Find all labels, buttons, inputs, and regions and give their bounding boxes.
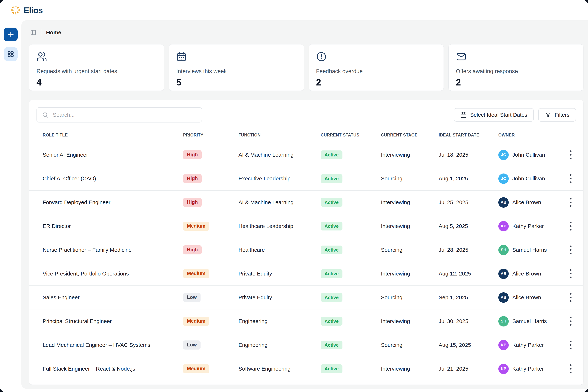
stat-value: 2 xyxy=(456,77,576,88)
stage-cell: Interviewing xyxy=(381,152,439,158)
row-menu-button[interactable] xyxy=(568,172,574,185)
brand-name: Elios xyxy=(24,5,43,15)
filters-label: Filters xyxy=(554,112,570,118)
stats-row: Requests with urgent start dates 4 Inter… xyxy=(22,37,588,91)
stat-value: 4 xyxy=(36,77,156,88)
table-row[interactable]: Sales Engineer Low Private Equity Active… xyxy=(29,286,583,309)
owner-cell: KP Kathy Parker xyxy=(498,340,568,350)
stat-card: Offers awaiting response 2 xyxy=(448,44,584,91)
table-row[interactable]: ER Director Medium Healthcare Leadership… xyxy=(29,214,583,238)
row-menu-button[interactable] xyxy=(568,315,574,328)
priority-badge: High xyxy=(183,174,202,183)
row-menu-button[interactable] xyxy=(568,268,574,280)
start-date-cell: Sep 1, 2025 xyxy=(439,294,498,300)
start-date-cell: Jul 21, 2025 xyxy=(439,366,498,372)
table-row[interactable]: Vice President, Portfolio Operations Med… xyxy=(29,262,583,286)
role-title-cell: Principal Structural Engineer xyxy=(43,318,183,324)
owner-name: John Cullivan xyxy=(512,152,545,158)
owner-cell: AB Alice Brown xyxy=(498,268,568,279)
select-ideal-start-dates-button[interactable]: Select Ideal Start Dates xyxy=(454,108,534,122)
kebab-icon xyxy=(569,222,572,231)
owner-avatar: KP xyxy=(498,364,509,374)
stat-label: Requests with urgent start dates xyxy=(36,68,156,74)
brand-logo[interactable]: Elios xyxy=(10,5,43,15)
status-badge: Active xyxy=(321,174,342,183)
table-row[interactable]: Full Stack Engineer – React & Node.js Me… xyxy=(29,357,583,380)
table-row[interactable]: Chief AI Officer (CAO) High Executive Le… xyxy=(29,166,583,190)
stat-label: Offers awaiting response xyxy=(456,68,576,74)
stat-card: Interviews this week 5 xyxy=(169,44,304,91)
function-cell: AI & Machine Learning xyxy=(238,199,321,206)
calendar-icon xyxy=(460,112,467,118)
kebab-icon xyxy=(569,340,572,350)
role-title-cell: Lead Mechanical Engineer – HVAC Systems xyxy=(43,342,183,348)
start-date-cell: Jul 30, 2025 xyxy=(439,318,498,324)
owner-avatar: SH xyxy=(498,245,509,255)
owner-cell: AB Alice Brown xyxy=(498,197,568,208)
start-date-cell: Jul 25, 2025 xyxy=(439,199,498,206)
owner-name: Alice Brown xyxy=(512,270,541,277)
stage-cell: Interviewing xyxy=(381,223,439,229)
owner-name: Samuel Harris xyxy=(512,318,547,324)
column-header: ROLE TITLE xyxy=(43,133,183,138)
owner-avatar: AB xyxy=(498,197,509,208)
toggle-sidebar-button[interactable] xyxy=(30,30,36,36)
row-menu-button[interactable] xyxy=(568,362,574,375)
owner-avatar: SH xyxy=(498,316,509,326)
calendar-icon xyxy=(176,51,296,62)
owner-name: Alice Brown xyxy=(512,199,541,206)
priority-badge: Medium xyxy=(183,317,209,326)
column-header: CURRENT STAGE xyxy=(381,133,439,138)
role-title-cell: ER Director xyxy=(43,223,183,229)
row-menu-button[interactable] xyxy=(568,220,574,232)
stage-cell: Sourcing xyxy=(381,176,439,182)
role-title-cell: Nurse Practitioner – Family Medicine xyxy=(43,247,183,253)
stage-cell: Sourcing xyxy=(381,247,439,253)
users-icon xyxy=(36,51,156,62)
kebab-icon xyxy=(569,364,572,374)
new-request-button[interactable] xyxy=(4,28,18,42)
priority-badge: Low xyxy=(183,293,200,302)
search-input[interactable] xyxy=(36,107,202,122)
status-badge: Active xyxy=(321,293,342,302)
owner-name: John Cullivan xyxy=(512,176,545,182)
elios-logo-icon xyxy=(10,5,21,15)
row-menu-button[interactable] xyxy=(568,291,574,304)
search-box xyxy=(36,107,202,122)
function-cell: Healthcare Leadership xyxy=(238,223,321,229)
row-menu-button[interactable] xyxy=(568,244,574,256)
owner-avatar: AB xyxy=(498,292,509,303)
filters-button[interactable]: Filters xyxy=(538,108,576,122)
row-menu-button[interactable] xyxy=(568,196,574,208)
table-row[interactable]: Principal Structural Engineer Medium Eng… xyxy=(29,309,583,333)
status-badge: Active xyxy=(321,246,342,254)
start-date-cell: Aug 5, 2025 xyxy=(439,223,498,229)
start-date-cell: Aug 1, 2025 xyxy=(439,176,498,182)
grid-icon xyxy=(7,50,14,58)
start-date-cell: Aug 15, 2025 xyxy=(439,342,498,348)
table-row[interactable]: Lead Mechanical Engineer – HVAC Systems … xyxy=(29,333,583,357)
table-body: Senior AI Engineer High AI & Machine Lea… xyxy=(29,143,583,380)
dashboard-grid-button[interactable] xyxy=(4,47,18,61)
table-toolbar: Select Ideal Start Dates Filters xyxy=(29,107,583,122)
row-menu-button[interactable] xyxy=(568,149,574,161)
breadcrumb: Home xyxy=(22,28,588,37)
table-row[interactable]: Forward Deployed Engineer High AI & Mach… xyxy=(29,190,583,214)
table-row[interactable]: Senior AI Engineer High AI & Machine Lea… xyxy=(29,143,583,166)
owner-cell: KP Kathy Parker xyxy=(498,364,568,374)
owner-name: Alice Brown xyxy=(512,294,541,300)
status-badge: Active xyxy=(321,222,342,231)
table-row[interactable]: Nurse Practitioner – Family Medicine Hig… xyxy=(29,238,583,262)
owner-avatar: AB xyxy=(498,268,509,279)
owner-name: Kathy Parker xyxy=(512,223,544,229)
function-cell: AI & Machine Learning xyxy=(238,152,321,158)
row-menu-button[interactable] xyxy=(568,339,574,351)
column-header: IDEAL START DATE xyxy=(439,133,498,138)
role-title-cell: Chief AI Officer (CAO) xyxy=(43,176,183,182)
owner-avatar: JC xyxy=(498,150,509,160)
priority-badge: High xyxy=(183,245,202,254)
stat-value: 2 xyxy=(316,77,436,88)
sidebar xyxy=(0,20,22,392)
priority-badge: Low xyxy=(183,340,200,350)
stage-cell: Interviewing xyxy=(381,318,439,324)
